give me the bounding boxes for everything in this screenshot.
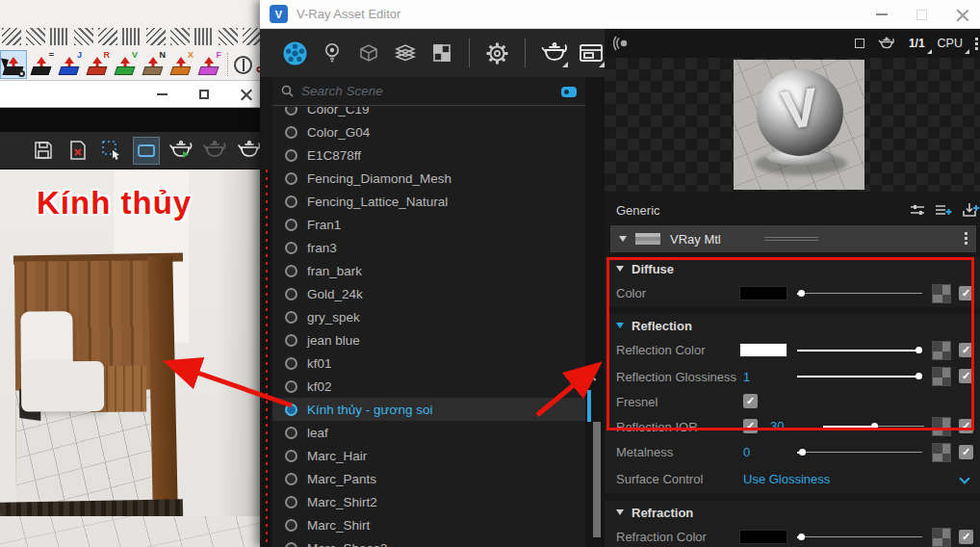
- clear-image-button[interactable]: [65, 138, 91, 164]
- profile-tool-icon[interactable]: [219, 28, 238, 45]
- settings-tab[interactable]: [483, 39, 511, 67]
- profile-tool-icon[interactable]: [170, 28, 190, 45]
- amount-slider[interactable]: [797, 288, 922, 300]
- stop-render-button[interactable]: [236, 138, 262, 164]
- preview-ratio[interactable]: 1/1: [909, 37, 925, 50]
- param-value[interactable]: 30: [770, 419, 784, 433]
- scrollbar-thumb[interactable]: [593, 422, 601, 537]
- add-layer-icon[interactable]: [934, 201, 953, 219]
- textures-tab[interactable]: [427, 39, 455, 67]
- enable-checkbox[interactable]: [959, 369, 973, 383]
- material-item[interactable]: Marc_Shoes2: [272, 536, 585, 547]
- color-swatch[interactable]: [739, 343, 787, 357]
- profile-tool-icon[interactable]: [74, 28, 93, 45]
- close-icon[interactable]: [241, 89, 252, 100]
- pushpull-tool[interactable]: N: [141, 51, 166, 78]
- material-type-row[interactable]: VRay Mtl: [610, 225, 976, 252]
- profile-tool-icon[interactable]: [2, 28, 21, 45]
- preview-orbit-icon[interactable]: [613, 35, 631, 52]
- material-item[interactable]: kf01: [272, 352, 585, 375]
- render-last-button[interactable]: [202, 138, 228, 164]
- material-item[interactable]: jean blue: [272, 328, 585, 352]
- profile-tool-icon[interactable]: [50, 28, 69, 45]
- profile-tool-icon[interactable]: [26, 28, 45, 45]
- enable-checkbox[interactable]: [959, 286, 973, 300]
- material-item[interactable]: kf02: [272, 375, 585, 398]
- pushpull-tool[interactable]: V: [113, 51, 138, 78]
- frame-buffer-button[interactable]: [577, 39, 605, 67]
- enable-checkbox[interactable]: [959, 343, 973, 357]
- texture-slot-button[interactable]: [932, 443, 951, 462]
- maximize-icon[interactable]: [199, 90, 209, 99]
- pushpull-tool[interactable]: R: [85, 51, 110, 78]
- save-material-icon[interactable]: [961, 201, 980, 219]
- texture-slot-button[interactable]: [932, 284, 951, 303]
- chevron-down-icon[interactable]: [959, 473, 969, 483]
- protractor-tool-icon[interactable]: [234, 56, 252, 74]
- texture-slot-button[interactable]: [932, 367, 951, 386]
- material-item[interactable]: Marc_Shirt2: [272, 490, 585, 513]
- refraction-section-header[interactable]: Refraction: [605, 501, 980, 524]
- region-select-button[interactable]: [99, 138, 125, 164]
- texture-slot-button[interactable]: [932, 417, 951, 436]
- sliders-icon[interactable]: [909, 201, 926, 219]
- amount-slider[interactable]: [797, 532, 922, 543]
- material-item[interactable]: fran3: [272, 236, 585, 259]
- texture-slot-button[interactable]: [932, 528, 951, 547]
- param-value[interactable]: 0: [743, 445, 750, 459]
- material-item[interactable]: Fencing_Lattice_Natural: [272, 190, 585, 213]
- material-item[interactable]: Fencing_Diamond_Mesh: [272, 167, 585, 190]
- expand-triangle-icon[interactable]: [619, 236, 627, 242]
- enable-checkbox[interactable]: [959, 530, 973, 544]
- amount-slider[interactable]: [797, 345, 922, 356]
- filter-toggle[interactable]: [561, 87, 577, 97]
- color-swatch[interactable]: [739, 286, 787, 300]
- pushpull-tool[interactable]: X: [168, 51, 193, 78]
- material-item[interactable]: Color_G04: [272, 120, 585, 143]
- material-options-icon[interactable]: [965, 232, 967, 245]
- profile-tool-icon[interactable]: [243, 28, 262, 45]
- material-item[interactable]: gry_spek: [272, 305, 585, 328]
- surface-control-value[interactable]: Use Glossiness: [743, 472, 830, 486]
- profile-tool-icon[interactable]: [146, 28, 166, 45]
- amount-slider[interactable]: [797, 371, 922, 382]
- pushpull-tool-selected[interactable]: [1, 51, 26, 78]
- region-render-button[interactable]: [134, 138, 160, 164]
- profile-tool-icon[interactable]: [194, 28, 214, 45]
- profile-tool-icon[interactable]: [122, 28, 142, 45]
- drag-handle[interactable]: [764, 237, 818, 241]
- material-item[interactable]: Gold_24k: [272, 282, 585, 305]
- diffuse-section-header[interactable]: Diffuse: [605, 257, 980, 280]
- material-item-selected[interactable]: Kính thủy - gương soi: [272, 398, 585, 421]
- amount-slider[interactable]: [797, 447, 922, 458]
- minimize-icon[interactable]: [876, 13, 888, 15]
- material-item[interactable]: Marc_Shirt: [272, 513, 585, 536]
- pushpull-tool[interactable]: F: [196, 51, 221, 78]
- render-button[interactable]: [168, 138, 193, 164]
- amount-slider[interactable]: [823, 421, 924, 432]
- material-item[interactable]: Color_C19: [272, 107, 585, 120]
- material-item[interactable]: Marc_Hair: [272, 444, 585, 467]
- material-item[interactable]: leaf: [272, 421, 585, 444]
- material-item[interactable]: fran_bark: [272, 259, 585, 282]
- lights-tab[interactable]: [318, 39, 346, 67]
- maximize-icon[interactable]: [916, 10, 927, 20]
- param-value[interactable]: 1: [743, 370, 750, 384]
- enable-checkbox[interactable]: [959, 419, 973, 433]
- geometries-tab[interactable]: [354, 39, 382, 67]
- minimize-icon[interactable]: [157, 93, 168, 95]
- float-preview-icon[interactable]: [855, 39, 864, 48]
- texture-slot-button[interactable]: [932, 341, 951, 360]
- material-item[interactable]: Marc_Pants: [272, 467, 585, 490]
- render-button[interactable]: [539, 39, 568, 67]
- render-preview-teapot-icon[interactable]: [877, 36, 896, 51]
- enable-checkbox[interactable]: [959, 445, 973, 459]
- material-item[interactable]: Fran1: [272, 213, 585, 236]
- material-item[interactable]: E1C878ff: [272, 143, 585, 167]
- more-options-icon[interactable]: [975, 38, 978, 50]
- search-bar[interactable]: Search Scene: [272, 77, 585, 106]
- save-image-button[interactable]: [31, 138, 57, 164]
- color-swatch[interactable]: [739, 530, 787, 544]
- close-icon[interactable]: [956, 9, 968, 21]
- pushpull-tool[interactable]: =: [29, 51, 54, 78]
